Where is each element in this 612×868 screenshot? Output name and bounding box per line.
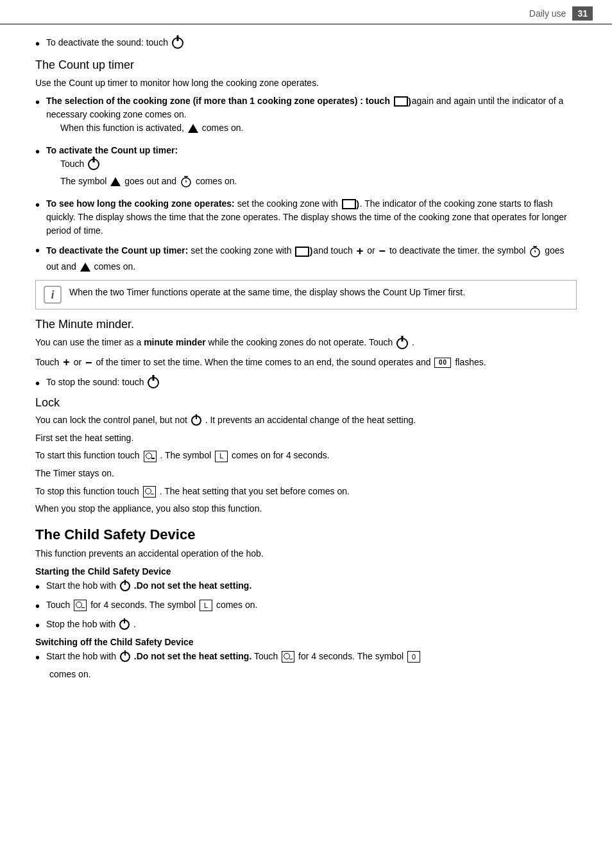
- header-title: Daily use: [529, 8, 566, 19]
- when-activated: When this function is activated, comes o…: [46, 121, 577, 135]
- bullet-point: •: [35, 619, 40, 632]
- touch-plus-minus: Touch + or − of the timer to set the tim…: [35, 354, 577, 372]
- bullet-point: •: [35, 96, 40, 108]
- lock-section: Lock You can lock the control panel, but…: [35, 396, 577, 516]
- see-how-long-item: • To see how long the cooking zone opera…: [35, 197, 577, 238]
- child-safety-intro: This function prevents an accidental ope…: [35, 547, 577, 561]
- page-header: Daily use 31: [0, 0, 612, 24]
- bullet-point: •: [35, 198, 40, 211]
- lock-icon: L: [200, 600, 212, 611]
- key-icon: [282, 651, 294, 663]
- deactivate-sound-item: • To deactivate the sound: touch: [35, 36, 577, 50]
- power-icon: [148, 377, 159, 388]
- bullet-point: •: [35, 600, 40, 612]
- minute-minder-heading: The Minute minder.: [35, 317, 577, 332]
- switch-bullet-1: • Start the hob with .Do not set the hea…: [35, 650, 577, 664]
- info-box: i When the two Timer functions operate a…: [35, 280, 577, 309]
- lock-para6: When you stop the appliance, you also st…: [35, 502, 577, 516]
- zone-icon: [342, 199, 356, 209]
- start-bullet-2: • Touch for 4 seconds. The symbol L come…: [35, 598, 577, 612]
- lock-para1: You can lock the control panel, but not …: [35, 413, 577, 428]
- power-icon: [120, 652, 130, 662]
- bullet-point: •: [35, 145, 40, 158]
- info-icon: i: [44, 286, 62, 304]
- power-icon: [191, 415, 201, 426]
- info-text: When the two Timer functions operate at …: [69, 286, 568, 299]
- lock-icon: L: [215, 451, 228, 462]
- triangle-icon: [110, 177, 121, 186]
- child-safety-heading: The Child Safety Device: [35, 526, 577, 543]
- start-bullet-3-text: Stop the hob with .: [46, 618, 577, 631]
- plus-icon: +: [63, 354, 70, 372]
- deactivate-count-text: To deactivate the Count up timer: set th…: [46, 243, 577, 273]
- key-icon: [144, 451, 157, 462]
- zone-icon: [295, 247, 309, 257]
- main-content: • To deactivate the sound: touch The Cou…: [0, 24, 612, 696]
- power-icon: [120, 581, 130, 591]
- bullet-point: •: [35, 244, 40, 257]
- power-icon: [119, 620, 130, 630]
- start-bullet-2-text: Touch for 4 seconds. The symbol L comes …: [46, 598, 577, 612]
- page-number: 31: [572, 6, 593, 21]
- activate-text: To activate the Count up timer: Touch Th…: [46, 144, 577, 192]
- triangle-icon: [188, 124, 198, 133]
- minus-icon: −: [85, 358, 92, 367]
- display-icon: 00: [434, 358, 451, 368]
- selection-bullet-item: • The selection of the cooking zone (if …: [35, 94, 577, 139]
- switch-comes-on: comes on.: [35, 669, 577, 679]
- minus-icon: −: [378, 247, 386, 256]
- count-up-heading: The Count up timer: [35, 58, 577, 73]
- start-bullet-1-text: Start the hob with .Do not set the heat …: [46, 579, 577, 593]
- lock-para5: To stop this function touch . The heat s…: [35, 485, 577, 499]
- power-icon: [88, 159, 99, 170]
- start-bullet-3: • Stop the hob with .: [35, 618, 577, 632]
- switching-off-heading: Switching off the Child Safety Device: [35, 637, 577, 647]
- timer-icon: [180, 176, 192, 187]
- start-bullet-1: • Start the hob with .Do not set the hea…: [35, 579, 577, 593]
- bullet-point: •: [35, 377, 40, 390]
- triangle-icon: [80, 263, 90, 272]
- stop-sound-text: To stop the sound: touch: [46, 376, 577, 389]
- bullet-point: •: [35, 651, 40, 664]
- bullet-point: •: [35, 37, 40, 50]
- touch-line: Touch: [46, 157, 577, 171]
- lock-para3: To start this function touch . The symbo…: [35, 449, 577, 463]
- key-icon: [74, 600, 87, 611]
- power-icon: [396, 338, 408, 349]
- selection-text: The selection of the cooking zone (if mo…: [46, 94, 577, 139]
- deactivate-count-item: • To deactivate the Count up timer: set …: [35, 243, 577, 273]
- page-container: Daily use 31 • To deactivate the sound: …: [0, 0, 612, 868]
- stop-sound-item: • To stop the sound: touch: [35, 376, 577, 390]
- lock-para2: First set the heat setting.: [35, 431, 577, 446]
- key-icon: [143, 486, 156, 498]
- starting-child-heading: Starting the Child Safety Device: [35, 566, 577, 577]
- lock-heading: Lock: [35, 396, 577, 410]
- activate-bullet-item: • To activate the Count up timer: Touch …: [35, 144, 577, 192]
- deactivate-sound-text: To deactivate the sound: touch: [46, 36, 577, 49]
- power-icon: [172, 37, 183, 49]
- zone-icon: [394, 96, 408, 107]
- plus-icon: +: [357, 243, 364, 260]
- switch-bullet-1-text: Start the hob with .Do not set the heat …: [46, 650, 577, 663]
- timer-icon: [529, 246, 541, 257]
- minute-minder-intro: You can use the timer as a minute minder…: [35, 336, 577, 350]
- zero-icon: 0: [407, 651, 420, 663]
- count-up-intro: Use the Count up timer to monitor how lo…: [35, 76, 577, 91]
- symbol-line: The symbol goes out and comes on.: [46, 175, 577, 188]
- bullet-point: •: [35, 580, 40, 593]
- lock-para4: The Timer stays on.: [35, 467, 577, 481]
- see-how-long-text: To see how long the cooking zone operate…: [46, 197, 577, 238]
